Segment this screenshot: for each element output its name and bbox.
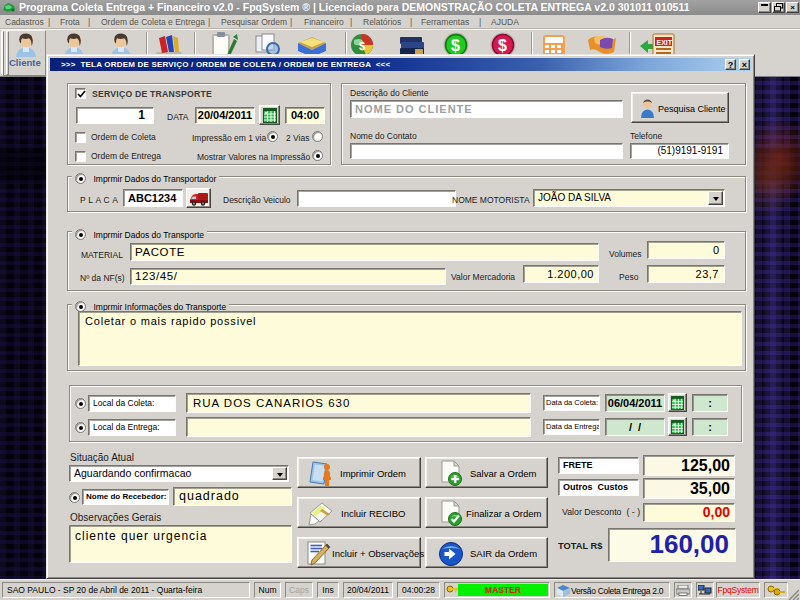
- svg-text:$: $: [498, 37, 507, 54]
- svg-text:$: $: [451, 37, 460, 54]
- svg-text:$: $: [359, 40, 365, 52]
- svg-text:EXIT: EXIT: [657, 39, 673, 46]
